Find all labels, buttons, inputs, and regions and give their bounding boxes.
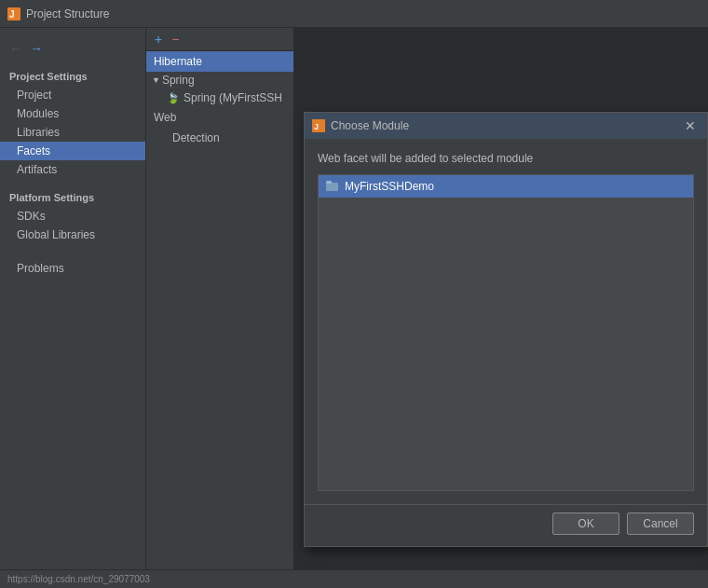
dialog-close-button[interactable]: ✕ (681, 117, 700, 134)
dialog-message: Web facet will be added to selected modu… (318, 152, 694, 165)
facets-toolbar: + − (146, 28, 293, 51)
add-facet-button[interactable]: + (152, 32, 165, 47)
modal-overlay: J Choose Module ✕ Web facet will be adde… (294, 28, 708, 569)
sidebar-divider-2 (0, 244, 145, 252)
sidebar-spacer (0, 252, 145, 259)
spring-leaf-icon: 🍃 (167, 92, 180, 104)
svg-rect-5 (326, 181, 332, 184)
remove-facet-button[interactable]: − (169, 32, 182, 47)
sidebar-item-libraries[interactable]: Libraries (0, 123, 145, 142)
sidebar-item-facets[interactable]: Facets (0, 142, 145, 160)
svg-text:J: J (9, 9, 15, 20)
svg-rect-4 (326, 183, 338, 191)
nav-arrows: ← → (0, 35, 145, 65)
window-title: Project Structure (26, 7, 109, 21)
main-content: J Choose Module ✕ Web facet will be adde… (294, 28, 708, 569)
dialog-title-bar: J Choose Module ✕ (305, 113, 707, 139)
sidebar-item-modules[interactable]: Modules (0, 104, 145, 123)
facet-item-web[interactable]: Web (146, 107, 293, 128)
dialog-footer: OK Cancel (305, 504, 707, 546)
content-area: ← → Project Settings Project Modules Lib… (0, 28, 708, 569)
triangle-icon: ▼ (152, 75, 160, 85)
dialog-body: Web facet will be added to selected modu… (305, 139, 707, 504)
sidebar-item-sdks[interactable]: SDKs (0, 207, 145, 226)
forward-arrow[interactable]: → (28, 39, 45, 58)
dialog-app-icon: J (312, 119, 325, 132)
main-window: J Project Structure ← → Project Settings… (0, 0, 708, 588)
cancel-button[interactable]: Cancel (627, 513, 694, 535)
choose-module-dialog: J Choose Module ✕ Web facet will be adde… (304, 112, 708, 547)
facets-panel: + − Hibernate ▼ Spring 🍃 Spring (MyFirst… (145, 28, 294, 569)
sidebar-item-artifacts[interactable]: Artifacts (0, 160, 145, 179)
dialog-title-content: J Choose Module (312, 119, 409, 132)
facet-child-spring[interactable]: 🍃 Spring (MyFirstSSH (146, 89, 293, 107)
title-bar: J Project Structure (0, 0, 708, 28)
ok-button[interactable]: OK (552, 513, 620, 535)
svg-text:J: J (314, 122, 319, 131)
facet-group-spring[interactable]: ▼ Spring (146, 72, 293, 89)
module-item-myfirstsshdemo[interactable]: MyFirstSSHDemo (319, 175, 693, 198)
facet-item-detection[interactable]: Detection (146, 128, 293, 148)
app-icon: J (7, 7, 20, 21)
facet-item-hibernate[interactable]: Hibernate (146, 51, 293, 72)
sidebar-item-problems[interactable]: Problems (0, 259, 145, 278)
status-bar: https://blog.csdn.net/cn_29077003 (0, 569, 708, 588)
module-list[interactable]: MyFirstSSHDemo (318, 174, 694, 491)
dialog-title: Choose Module (331, 119, 409, 132)
sidebar: ← → Project Settings Project Modules Lib… (0, 28, 145, 569)
status-text: https://blog.csdn.net/cn_29077003 (7, 574, 150, 584)
platform-settings-label: Platform Settings (0, 186, 145, 207)
back-arrow[interactable]: ← (7, 39, 24, 58)
project-settings-label: Project Settings (0, 65, 145, 86)
sidebar-divider (0, 179, 145, 186)
sidebar-item-global-libraries[interactable]: Global Libraries (0, 226, 145, 244)
sidebar-item-project[interactable]: Project (0, 86, 145, 104)
module-folder-icon (326, 180, 339, 193)
